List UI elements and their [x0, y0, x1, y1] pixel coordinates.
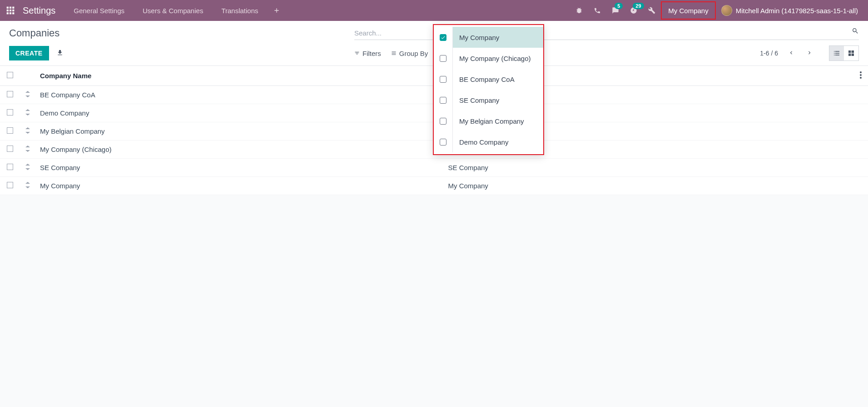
- drag-handle[interactable]: [25, 182, 30, 190]
- top-nav: Settings General Settings Users & Compan…: [0, 0, 868, 21]
- company-dropdown-label: My Company: [453, 27, 543, 48]
- cell-company: My Company (Chicago): [35, 141, 444, 159]
- debug-icon[interactable]: [570, 0, 588, 21]
- phone-icon-btn[interactable]: [588, 0, 606, 21]
- svg-rect-2: [12, 7, 14, 9]
- company-dropdown-item[interactable]: Demo Company: [434, 131, 543, 152]
- svg-rect-9: [848, 50, 851, 53]
- nav-new-app[interactable]: [268, 0, 286, 21]
- cell-partner: SE Company: [444, 159, 852, 177]
- company-dropdown-item[interactable]: BE Company CoA: [434, 69, 543, 90]
- svg-rect-10: [852, 50, 854, 53]
- table-row[interactable]: SE CompanySE Company: [0, 159, 868, 177]
- import-button[interactable]: [56, 49, 64, 58]
- row-checkbox[interactable]: [7, 164, 13, 170]
- create-button[interactable]: CREATE: [9, 46, 49, 60]
- pager-text: 1-6 / 6: [760, 50, 778, 57]
- checkbox-icon[interactable]: [440, 118, 446, 125]
- table-row[interactable]: My CompanyMy Company: [0, 177, 868, 195]
- apps-icon[interactable]: [0, 0, 21, 21]
- company-dropdown-item[interactable]: SE Company: [434, 90, 543, 111]
- user-name: Mitchell Admin (14179825-saas-15-1-all): [736, 7, 858, 15]
- wrench-icon: [648, 7, 655, 14]
- row-checkbox[interactable]: [7, 109, 13, 116]
- messaging-badge: 5: [615, 3, 623, 9]
- cell-company: SE Company: [35, 159, 444, 177]
- filter-icon: [354, 50, 360, 56]
- svg-point-14: [860, 74, 862, 76]
- company-dropdown-item[interactable]: My Company (Chicago): [434, 48, 543, 69]
- row-checkbox[interactable]: [7, 127, 13, 134]
- activities-badge: 29: [633, 3, 644, 9]
- kanban-view-icon: [848, 50, 855, 57]
- user-menu[interactable]: Mitchell Admin (14179825-saas-15-1-all): [716, 5, 863, 16]
- search-input[interactable]: [354, 26, 859, 40]
- row-checkbox[interactable]: [7, 146, 13, 152]
- bug-icon: [575, 7, 583, 14]
- company-dropdown-item[interactable]: My Company: [434, 27, 543, 48]
- cell-company: My Belgian Company: [35, 122, 444, 141]
- row-checkbox[interactable]: [7, 182, 13, 188]
- row-checkbox[interactable]: [7, 91, 13, 97]
- company-switcher[interactable]: My Company: [661, 1, 715, 20]
- activities-icon-btn[interactable]: 29: [625, 0, 643, 21]
- svg-rect-1: [10, 7, 11, 9]
- drag-handle[interactable]: [25, 164, 30, 171]
- tools-icon-btn[interactable]: [643, 0, 661, 21]
- phone-icon: [594, 7, 601, 14]
- drag-handle[interactable]: [25, 127, 30, 135]
- svg-rect-3: [7, 10, 9, 11]
- kanban-view-button[interactable]: [844, 46, 858, 60]
- svg-point-15: [860, 77, 862, 79]
- drag-handle[interactable]: [25, 109, 30, 117]
- view-switcher: [829, 45, 859, 61]
- checkbox-icon[interactable]: [440, 76, 446, 83]
- nav-users-companies[interactable]: Users & Companies: [134, 0, 212, 21]
- svg-rect-12: [852, 54, 854, 56]
- avatar: [721, 5, 732, 16]
- download-icon: [56, 49, 64, 56]
- company-dropdown-label: My Belgian Company: [453, 117, 543, 125]
- groupby-button[interactable]: Group By: [391, 50, 428, 57]
- drag-handle[interactable]: [25, 146, 30, 153]
- svg-rect-11: [848, 54, 851, 56]
- company-dropdown: My CompanyMy Company (Chicago)BE Company…: [433, 24, 544, 155]
- checkbox-icon[interactable]: [440, 139, 446, 146]
- svg-point-13: [860, 71, 862, 73]
- nav-general-settings[interactable]: General Settings: [64, 0, 134, 21]
- list-view-button[interactable]: [829, 46, 844, 60]
- nav-translations[interactable]: Translations: [212, 0, 267, 21]
- company-dropdown-item[interactable]: My Belgian Company: [434, 111, 543, 131]
- app-title: Settings: [21, 5, 64, 16]
- drag-handle[interactable]: [25, 91, 30, 99]
- messaging-icon-btn[interactable]: 5: [606, 0, 625, 21]
- column-options[interactable]: [860, 72, 862, 80]
- pager-prev[interactable]: [786, 48, 796, 59]
- search-icon: [852, 27, 859, 35]
- plus-icon: [273, 7, 280, 14]
- svg-rect-5: [12, 10, 14, 11]
- list-icon: [391, 50, 397, 56]
- chevron-right-icon: [806, 50, 813, 56]
- breadcrumb: Companies: [9, 27, 354, 39]
- cell-company: My Company: [35, 177, 444, 195]
- checkbox-icon[interactable]: [440, 55, 446, 62]
- header-company-name[interactable]: Company Name: [35, 66, 444, 86]
- pager-next[interactable]: [804, 48, 814, 59]
- svg-rect-8: [12, 12, 14, 14]
- filters-button[interactable]: Filters: [354, 50, 381, 57]
- company-dropdown-label: SE Company: [453, 96, 543, 104]
- search-button[interactable]: [852, 27, 859, 36]
- cell-company: BE Company CoA: [35, 86, 444, 104]
- company-dropdown-label: My Company (Chicago): [453, 55, 543, 62]
- svg-rect-6: [7, 12, 9, 14]
- kebab-icon: [860, 71, 862, 79]
- checkbox-checked-icon[interactable]: [440, 34, 446, 41]
- select-all-checkbox[interactable]: [7, 72, 13, 78]
- company-dropdown-label: BE Company CoA: [453, 75, 543, 83]
- checkbox-icon[interactable]: [440, 97, 446, 104]
- groupby-label: Group By: [399, 50, 428, 57]
- filters-label: Filters: [362, 50, 381, 57]
- list-view-icon: [833, 50, 840, 57]
- nav-menu: General Settings Users & Companies Trans…: [64, 0, 285, 21]
